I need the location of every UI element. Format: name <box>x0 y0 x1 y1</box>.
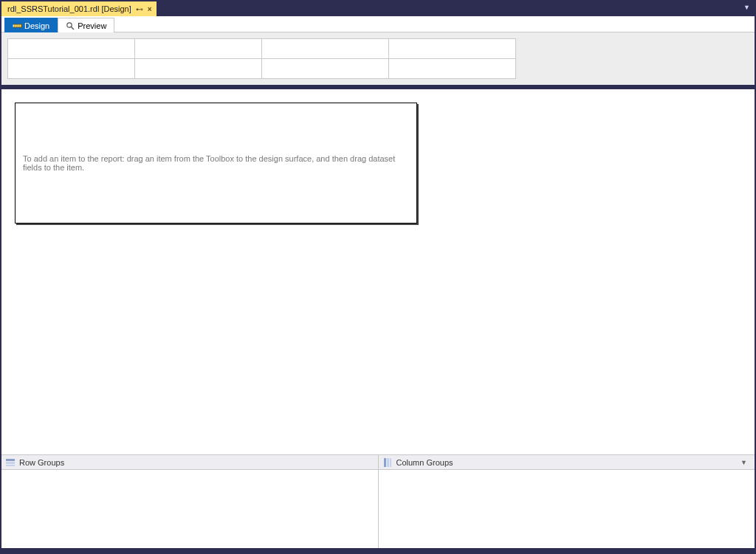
parameter-row <box>8 39 516 59</box>
groups-panel: Row Groups Column Groups ▼ <box>1 454 755 553</box>
parameter-area <box>1 32 755 85</box>
design-surface-container[interactable]: To add an item to the report: drag an it… <box>1 89 755 454</box>
document-tab-title: rdl_SSRSTutorial_001.rdl [Design] <box>7 4 131 13</box>
groups-bottom-bar <box>1 548 755 553</box>
document-tab-active[interactable]: rdl_SSRSTutorial_001.rdl [Design] ⊷ × <box>1 1 157 16</box>
svg-rect-11 <box>390 458 391 467</box>
pin-icon[interactable]: ⊷ <box>136 5 143 13</box>
svg-rect-9 <box>384 458 386 467</box>
tab-preview-label: Preview <box>78 21 106 30</box>
parameter-cell[interactable] <box>262 39 389 59</box>
column-groups-header[interactable]: Column Groups ▼ <box>378 455 755 469</box>
tab-design-label: Design <box>24 21 49 30</box>
parameter-cell[interactable] <box>389 39 516 59</box>
svg-rect-6 <box>6 459 15 461</box>
parameter-cell[interactable] <box>135 59 262 79</box>
parameter-cell[interactable] <box>389 59 516 79</box>
report-body[interactable]: To add an item to the report: drag an it… <box>15 103 417 224</box>
svg-rect-8 <box>6 465 15 466</box>
ruler-icon <box>13 21 21 30</box>
svg-rect-10 <box>387 458 389 467</box>
tab-design[interactable]: Design <box>4 18 58 32</box>
parameter-grid[interactable] <box>7 38 516 79</box>
svg-rect-7 <box>6 462 15 464</box>
row-groups-label: Row Groups <box>19 458 64 467</box>
document-tab-strip: rdl_SSRSTutorial_001.rdl [Design] ⊷ × ▼ <box>1 1 755 16</box>
parameter-cell[interactable] <box>8 59 135 79</box>
column-groups-body[interactable] <box>378 470 755 548</box>
tab-overflow-caret-icon[interactable]: ▼ <box>743 4 750 11</box>
parameter-cell[interactable] <box>135 39 262 59</box>
tab-preview[interactable]: Preview <box>58 18 114 32</box>
row-groups-icon <box>6 458 15 467</box>
column-groups-label: Column Groups <box>396 458 453 467</box>
column-groups-menu-caret-icon[interactable]: ▼ <box>740 459 750 466</box>
parameter-row <box>8 59 516 79</box>
row-groups-header[interactable]: Row Groups <box>1 455 378 469</box>
magnifier-icon <box>66 21 75 30</box>
groups-bodies <box>1 470 755 548</box>
groups-headers: Row Groups Column Groups ▼ <box>1 455 755 470</box>
svg-point-4 <box>67 22 72 27</box>
parameter-cell[interactable] <box>8 39 135 59</box>
report-body-hint: To add an item to the report: drag an it… <box>23 154 409 172</box>
view-tab-row: Design Preview <box>1 16 755 32</box>
column-groups-icon <box>383 458 392 467</box>
parameter-cell[interactable] <box>262 59 389 79</box>
svg-line-5 <box>72 27 75 30</box>
row-groups-body[interactable] <box>1 470 378 548</box>
close-icon[interactable]: × <box>148 5 152 13</box>
